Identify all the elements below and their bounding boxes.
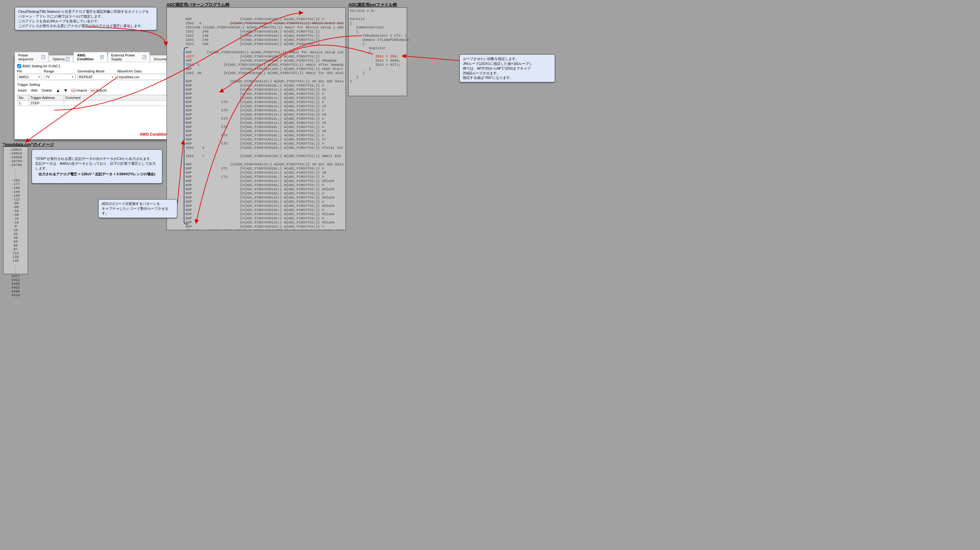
- tab-power-sequence[interactable]: Power sequence↗: [15, 52, 48, 62]
- pxr-heading: ADC測定用pxrファイル例: [348, 2, 397, 8]
- callout-step-exec: "STEP"が実行される度に左記データの次のデータがCXから出力されます。 左記…: [32, 149, 162, 183]
- pattern-line: IDXI249{V{ADC_PINS=XX010X;} W{ADC_PINS=T…: [169, 26, 344, 30]
- waveform-value: inputdata.csv: [119, 75, 140, 79]
- csv-value: 64: [3, 240, 28, 244]
- csv-value: -193: [3, 179, 28, 182]
- add-button[interactable]: Add: [30, 88, 38, 92]
- csv-value: -177: [3, 182, 28, 186]
- csv-value: -16: [3, 221, 28, 225]
- cell-addr: STEP: [29, 100, 64, 106]
- pxr-line: {: [350, 51, 406, 54]
- tab-options[interactable]: Options↗: [49, 56, 73, 62]
- pattern-heading: ADC測定用パターンプログラム例: [167, 2, 229, 8]
- pattern-line: IDXI47{V{ADC_PINS=XX010X;} W{ADC_PINS=TS…: [169, 229, 344, 230]
- pin-dropdown[interactable]: AWG1: [17, 74, 42, 80]
- pattern-line: IDXI3{V{ADC_PINS=XX010X;} W{ADC_PINS=TS3…: [169, 146, 344, 150]
- pattern-line: [169, 75, 344, 80]
- pattern-line: IDXI249{V{ADC_PINS=XX010X;} W{ADC_PINS=T…: [169, 34, 344, 38]
- mode-dropdown[interactable]: REPEAT: [78, 74, 116, 80]
- pattern-line: NOP{V{ADC_PINS=XX011X;} W{ADC_PINS=TS3;}…: [169, 113, 344, 117]
- tab-label: Power sequence: [18, 53, 40, 61]
- pattern-line: NOPCTV{V{ADC_PINS=XX010L;} W{ADC_PINS=TS…: [169, 175, 344, 179]
- move-up-icon[interactable]: ▲: [56, 88, 60, 93]
- waveform-input[interactable]: inputdata.csv: [118, 74, 175, 80]
- csv-value: 80: [3, 244, 28, 247]
- csv-value: .: [3, 263, 28, 266]
- pattern-line: NOP{V{ADC_PINS=XX010X;} W{ADC_PINS=TS3;}…: [169, 200, 344, 204]
- pattern-line: NOPCTV{V{ADC_PINS=XX010L;} W{ADC_PINS=TS…: [169, 167, 344, 171]
- awg-setting-checkbox[interactable]: [17, 64, 21, 68]
- popout-icon[interactable]: ↗: [66, 57, 70, 61]
- pxr-line: }: [350, 71, 406, 75]
- csv-value: .: [3, 175, 28, 179]
- tab-external-power-supply[interactable]: External Power Supply↗: [108, 52, 150, 62]
- pxr-line: IDX2 = 4999;: [350, 59, 406, 63]
- trigger-table: No. Trigger Address Comment 1 STEP: [17, 95, 176, 106]
- pattern-line: NOP{V{ADC_PINS=XX011X;} W{ADC_PINS=TS3;}…: [169, 187, 344, 191]
- cell-comment: [64, 100, 176, 106]
- pattern-line: LDIT{V{ADC_PINS=XX010X;} W{ADC_PINS=TS1;…: [169, 54, 344, 59]
- pattern-line: IDXI249{V{ADC_PINS=XX010X;} W{ADC_PINS=T…: [169, 30, 344, 34]
- pattern-line: IDXI1{V{ADC_PINS=XX010X;} W{ADC_PINS=TS1…: [169, 63, 344, 67]
- range-value: 7V: [45, 75, 49, 79]
- callout-loop-count: ループさせたい回数を指定します。 JNIループはIDX1に指定した値+1回ループ…: [460, 54, 555, 82]
- pattern-line: NOP{V{ADC_PINS=XX010X;} W{ADC_PINS=TS3;}…: [169, 208, 344, 212]
- csv-value: 4433: [3, 278, 28, 282]
- popout-icon[interactable]: ↗: [143, 55, 146, 59]
- csv-value: -128: [3, 194, 28, 198]
- pxr-line: PxrFile: [350, 17, 406, 21]
- csv-value: 97: [3, 247, 28, 251]
- csv-preview-panel: -28832-28816-28800-28784-28768...-193-17…: [3, 147, 28, 274]
- csv-value: .: [3, 167, 28, 171]
- csv-value: 129: [3, 255, 28, 259]
- range-dropdown[interactable]: 7V: [44, 74, 75, 80]
- pattern-line: NOP{V{ADC_PINS=XX110X;} W{ADC_PINS=TS1;}…: [169, 67, 344, 71]
- pattern-line: NOP{V{ADC_PINS=XX011X;} W{ADC_PINS=TS3;}…: [169, 80, 344, 84]
- th-comment: Comment: [64, 95, 176, 100]
- delete-button[interactable]: Delete: [41, 88, 52, 92]
- pattern-line: IDXI40{V{ADC_PINS=XX010X;} W{ADC_PINS=TS…: [169, 71, 344, 75]
- table-row[interactable]: 1 STEP: [18, 100, 176, 106]
- pxr-line: TSModeSelect { CTV; }: [350, 34, 406, 38]
- export-button[interactable]: csvExport: [90, 88, 107, 92]
- import-button[interactable]: csvImport: [71, 88, 88, 92]
- csv-value: 4498: [3, 290, 28, 293]
- csv-value: 4462: [3, 286, 28, 290]
- pattern-line: NOP{V{ADC_PINS=XX010X;} W{ADC_PINS=TS3;}…: [169, 191, 344, 196]
- tab-label: External Power Supply: [111, 53, 142, 61]
- csv-icon: csv: [90, 89, 96, 92]
- pxr-line: {: [350, 21, 406, 26]
- mode-value: REPEAT: [79, 75, 93, 79]
- th-no: No.: [18, 95, 29, 100]
- pattern-line: NOP{V{ADC_PINS=XX010L;} W{ADC_PINS=TS3;}…: [169, 92, 344, 96]
- csv-value: -28800: [3, 155, 28, 159]
- tab-label: Options: [52, 57, 65, 61]
- pattern-line: NOP{V{ADC_PINS=XX011X;} W{ADC_PINS=TS3;}…: [169, 163, 344, 167]
- popout-icon[interactable]: ↗: [41, 55, 45, 59]
- pattern-line: [169, 158, 344, 163]
- import-label: Import: [77, 88, 87, 92]
- pattern-line: NOPCTV{V{ADC_PINS=XX010L;} W{ADC_PINS=TS…: [169, 100, 344, 104]
- awg-setting-label: AWG Setting for FUNC1: [22, 64, 60, 68]
- trigger-setting-label: Trigger Setting: [17, 83, 176, 86]
- pxr-line: Version 2.0;: [350, 9, 406, 13]
- export-label: Export: [97, 88, 107, 92]
- pattern-line: NOP{V{ADC_PINS=XX011X;} W{ADC_PINS=TS3;}…: [169, 179, 344, 183]
- pattern-line: NOP{V{ADC_PINS=XX011X;} W{ADC_PINS=TS3;}…: [169, 104, 344, 108]
- pxr-line: }: [350, 80, 406, 84]
- csv-value: 113: [3, 251, 28, 255]
- csv-value: -64: [3, 209, 28, 213]
- popout-icon[interactable]: ↗: [100, 55, 104, 59]
- pattern-line: IDXI4{V{ADC_PINS=XX000X;} W{ADC_PINS=TS1…: [169, 21, 344, 26]
- insert-button[interactable]: Insert: [17, 88, 27, 92]
- csv-value: 32: [3, 232, 28, 236]
- th-addr: Trigger Address: [29, 95, 64, 100]
- move-down-icon[interactable]: ▼: [64, 88, 68, 93]
- csv-icon: csv: [71, 89, 76, 92]
- lbl-mode: Generating Mode: [78, 69, 116, 73]
- csv-value: .: [3, 270, 28, 274]
- pxr-line: Register: [350, 46, 406, 51]
- pattern-line: NOP{V{ADC_PINS=XX011X;} W{ADC_PINS=TS3;}…: [169, 137, 344, 142]
- csv-value: -32: [3, 217, 28, 221]
- tab-awg-condition[interactable]: AWG Condition↗: [74, 52, 107, 62]
